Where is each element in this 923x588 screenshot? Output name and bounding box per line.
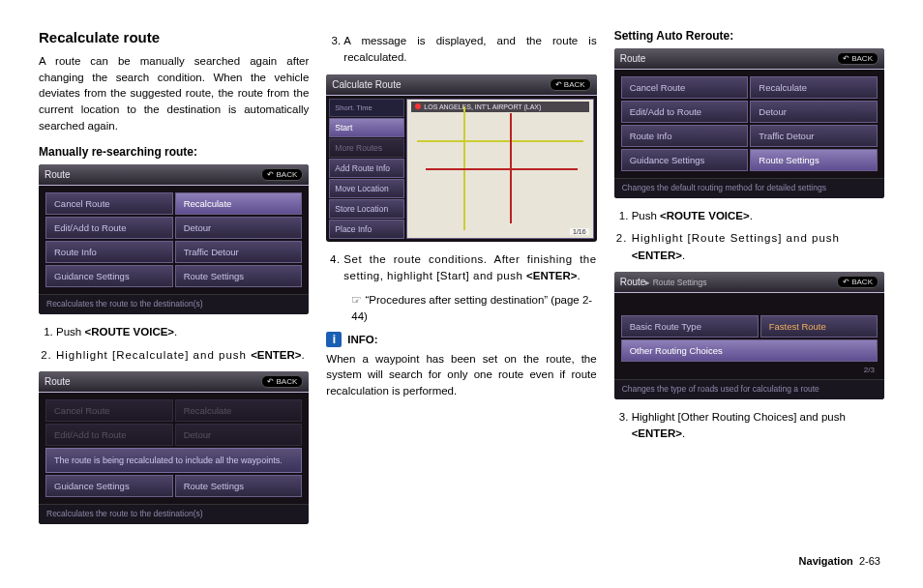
menu-item-highlighted[interactable]: Recalculate bbox=[175, 192, 303, 215]
screen-title: Route bbox=[620, 53, 646, 64]
menu-item-highlighted[interactable]: Start bbox=[329, 118, 404, 137]
menu-item[interactable]: Edit/Add to Route bbox=[45, 424, 173, 446]
menu-item[interactable]: Cancel Route bbox=[45, 192, 173, 215]
info-paragraph: When a waypoint has been set on the rout… bbox=[326, 351, 596, 399]
menu-item[interactable]: Guidance Settings bbox=[45, 265, 173, 287]
screenshot-calculate-route: Calculate Route ↶ BACK Short. TimeStartM… bbox=[326, 74, 596, 242]
subheading-auto-reroute: Setting Auto Reroute: bbox=[614, 29, 884, 43]
menu-item[interactable]: Traffic Detour bbox=[750, 125, 878, 147]
back-button[interactable]: ↶ BACK bbox=[261, 375, 303, 388]
menu-item-highlighted[interactable]: Other Routing Choices bbox=[621, 339, 878, 362]
menu-value: Fastest Route bbox=[760, 315, 878, 338]
status-bar: Recalculates the route to the destinatio… bbox=[39, 294, 309, 314]
status-bar: Changes the default routing method for d… bbox=[614, 178, 884, 198]
page-footer: Navigation 2-63 bbox=[799, 555, 880, 567]
menu-item[interactable]: Move Location bbox=[329, 179, 404, 198]
step-2: Highlight [Route Settings] and push <ENT… bbox=[632, 230, 884, 264]
screenshot-route-recalculating: Route ↶ BACK Cancel RouteRecalculateEdit… bbox=[39, 371, 309, 525]
step-2: Highlight [Recalculate] and push <ENTER>… bbox=[56, 347, 309, 364]
menu-item[interactable]: Route Settings bbox=[175, 265, 303, 287]
menu-item[interactable]: Route Info bbox=[621, 125, 749, 147]
subheading-manual-research: Manually re-searching route: bbox=[39, 145, 309, 159]
menu-item[interactable]: Edit/Add to Route bbox=[45, 217, 173, 239]
menu-item-highlighted[interactable]: Route Settings bbox=[750, 149, 878, 171]
menu-item[interactable]: More Routes bbox=[329, 138, 404, 158]
menu-item[interactable]: Detour bbox=[750, 101, 878, 123]
menu-item[interactable]: Place Info bbox=[329, 220, 404, 239]
map-destination-label: LOS ANGELES, INT'L AIRPORT (LAX) bbox=[411, 102, 588, 112]
screen-title: Route▸ Route Settings bbox=[620, 277, 707, 287]
menu-item[interactable]: Store Location bbox=[329, 199, 404, 219]
menu-item[interactable]: Basic Route Type bbox=[621, 315, 759, 338]
menu-item[interactable]: Route Info bbox=[45, 241, 173, 263]
back-button[interactable]: ↶ BACK bbox=[261, 168, 303, 181]
map-preview: LOS ANGELES, INT'L AIRPORT (LAX) 1/16 bbox=[406, 99, 593, 239]
menu-item[interactable]: Traffic Detour bbox=[175, 241, 303, 263]
menu-item[interactable]: Edit/Add to Route bbox=[621, 101, 749, 123]
page-indicator: 2/3 bbox=[620, 363, 878, 377]
screen-title: Calculate Route bbox=[332, 79, 401, 90]
column-2: A message is displayed, and the route is… bbox=[326, 29, 596, 551]
step-1: Push <ROUTE VOICE>. bbox=[632, 208, 884, 224]
info-label: INFO: bbox=[347, 334, 377, 345]
column-3: Setting Auto Reroute: Route ↶ BACK Cance… bbox=[614, 29, 884, 551]
screenshot-route-menu-recalculate: Route ↶ BACK Cancel RouteRecalculateEdit… bbox=[39, 164, 309, 314]
step-3: A message is displayed, and the route is… bbox=[343, 33, 596, 67]
status-bar: Recalculates the route to the destinatio… bbox=[39, 504, 309, 524]
menu-item[interactable]: Recalculate bbox=[750, 76, 878, 99]
screenshot-route-menu-settings: Route ↶ BACK Cancel RouteRecalculateEdit… bbox=[614, 48, 884, 198]
back-button[interactable]: ↶ BACK bbox=[837, 276, 878, 288]
step-4: Set the route conditions. After finishin… bbox=[343, 251, 596, 285]
menu-item[interactable]: Guidance Settings bbox=[621, 149, 749, 171]
status-bar: Changes the type of roads used for calcu… bbox=[614, 379, 884, 399]
intro-paragraph: A route can be manually searched again a… bbox=[39, 53, 309, 133]
menu-header: Short. Time bbox=[329, 99, 404, 117]
heading-recalculate-route: Recalculate route bbox=[39, 29, 309, 45]
menu-item[interactable]: Guidance Settings bbox=[45, 475, 173, 497]
back-button[interactable]: ↶ BACK bbox=[837, 52, 878, 65]
back-button[interactable]: ↶ BACK bbox=[550, 78, 591, 91]
cross-reference: ☞ “Procedures after setting destination”… bbox=[326, 292, 596, 326]
screen-title: Route bbox=[45, 169, 71, 180]
screen-title: Route bbox=[45, 376, 71, 387]
menu-item[interactable]: Recalculate bbox=[175, 399, 303, 422]
menu-item[interactable]: Add Route Info bbox=[329, 159, 404, 178]
column-1: Recalculate route A route can be manuall… bbox=[39, 29, 309, 551]
info-icon: i bbox=[326, 332, 342, 347]
menu-item[interactable]: Route Settings bbox=[175, 475, 303, 497]
recalculating-message: The route is being recalculated to inclu… bbox=[45, 448, 302, 474]
reference-icon: ☞ bbox=[351, 294, 362, 306]
menu-item[interactable]: Cancel Route bbox=[45, 399, 173, 422]
step-3: Highlight [Other Routing Choices] and pu… bbox=[632, 409, 884, 443]
step-1: Push <ROUTE VOICE>. bbox=[56, 324, 309, 340]
menu-item[interactable]: Detour bbox=[175, 424, 303, 446]
menu-item[interactable]: Detour bbox=[175, 217, 303, 239]
map-scale: 1/16 bbox=[570, 228, 589, 235]
screenshot-route-settings-submenu: Route▸ Route Settings ↶ BACK Basic Route… bbox=[614, 272, 884, 399]
menu-item[interactable]: Cancel Route bbox=[621, 76, 749, 99]
